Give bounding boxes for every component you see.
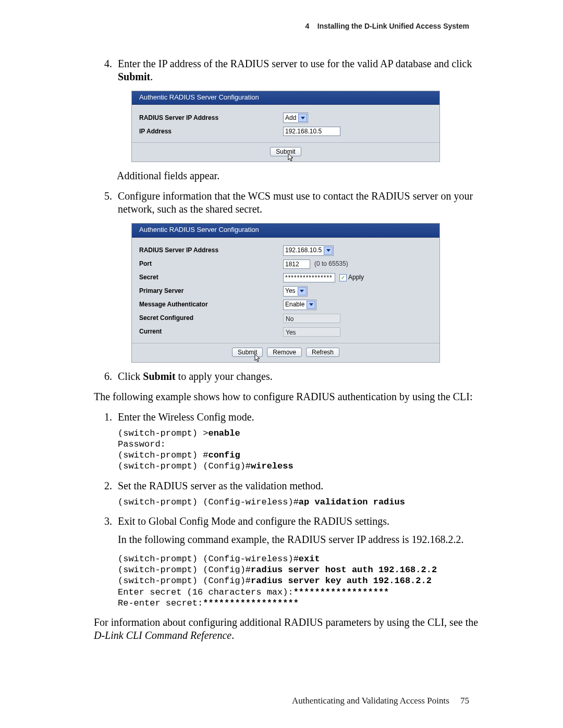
page-footer: Authenticating and Validating Access Poi… [0,695,563,706]
panel2-current-value: Yes [283,327,340,337]
cli-step-3: Exit to Global Config Mode and configure… [115,515,490,609]
running-header: 4 Installing the D-Link Unified Access S… [0,22,563,31]
cli-step-3-para: In the following command example, the RA… [118,533,490,546]
chevron-down-icon [307,301,315,309]
panel1-ip-input[interactable] [283,127,340,136]
after-panel1-text: Additional fields appear. [117,169,490,182]
reference-title: D-Link CLI Command Reference [94,630,231,641]
panel2-submit-button[interactable]: Submit [232,348,263,357]
cli-intro: The following example shows how to confi… [94,390,490,403]
panel1-label-ip: IP Address [139,128,283,135]
panel2-label-primary: Primary Server [139,287,283,295]
footer-page-number: 75 [460,696,469,706]
step-5-text: Configure information that the WCS must … [118,190,473,215]
step-4: Enter the IP address of the RADIUS serve… [115,57,490,182]
step-6: Click Submit to apply your changes. [115,370,490,383]
step-4-bold: Submit [118,71,150,82]
panel2-secconf-value: No [283,314,340,323]
cli-step-2: Set the RADIUS server as the validation … [115,479,490,508]
panel2-secret-input[interactable] [283,273,335,282]
panel2-ip-select[interactable]: 192.168.10.5 [283,245,334,256]
cli-step-1: Enter the Wireless Config mode. (switch-… [115,411,490,472]
cli-block-3: (switch-prompt) (Config-wireless)#exit (… [118,553,490,609]
panel2-label-secret: Secret [139,274,283,281]
closing-paragraph: For information about configuring additi… [94,616,490,642]
config-panel-2: Authentic RADIUS Server Configuration RA… [131,223,440,362]
panel2-remove-button[interactable]: Remove [267,348,302,357]
panel1-title: Authentic RADIUS Server Configuration [132,91,439,105]
footer-section: Authenticating and Validating Access Poi… [292,696,449,706]
panel2-label-current: Current [139,328,283,336]
cli-block-2: (switch-prompt) (Config-wireless)#ap val… [118,497,490,508]
cli-block-1: (switch-prompt) >enable Password: (switc… [118,428,490,472]
step-6-bold: Submit [143,371,175,382]
panel2-label-ipsel: RADIUS Server IP Address [139,246,283,254]
check-icon: ✓ [339,274,347,281]
panel2-label-msgauth: Message Authenticator [139,301,283,309]
chevron-down-icon [298,114,307,122]
step-5: Configure information that the WCS must … [115,190,490,362]
panel2-port-range: (0 to 65535) [314,260,348,268]
panel2-label-port: Port [139,260,283,268]
panel2-apply-checkbox[interactable]: ✓ Apply [339,274,364,281]
panel2-refresh-button[interactable]: Refresh [306,348,339,357]
panel2-port-input[interactable] [283,260,310,269]
chevron-down-icon [324,246,333,255]
panel2-label-secconf: Secret Configured [139,314,283,322]
panel1-label-ipmode: RADIUS Server IP Address [139,114,283,122]
panel2-primary-select[interactable]: Yes [283,286,308,297]
panel1-ipmode-select[interactable]: Add [283,113,308,123]
step-4-text: Enter the IP address of the RADIUS serve… [118,58,472,69]
chapter-title: Installing the D-Link Unified Access Sys… [317,22,469,30]
panel2-msgauth-select[interactable]: Enable [283,300,316,310]
chapter-num: 4 [305,22,309,30]
chevron-down-icon [298,287,307,295]
panel2-title: Authentic RADIUS Server Configuration [132,224,439,237]
panel1-submit-button[interactable]: Submit [270,147,301,156]
config-panel-1: Authentic RADIUS Server Configuration RA… [131,91,440,162]
